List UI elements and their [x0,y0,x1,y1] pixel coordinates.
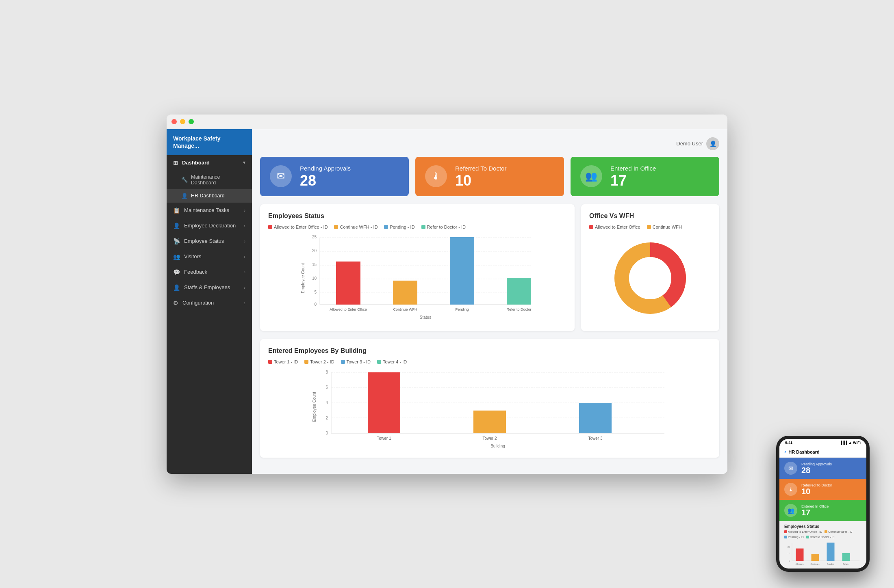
bl-dot-3 [341,360,345,364]
building-legend-1: Tower 1 - ID [268,359,298,364]
pl-dot-2 [825,530,827,533]
office-vs-wfh-chart: Office Vs WFH Allowed to Enter Office Co… [581,204,719,331]
building-legend-3: Tower 3 - ID [341,359,371,364]
sidebar-item-employee-status[interactable]: 📡 Employee Status › [167,233,252,249]
legend-dot-2 [334,225,338,229]
chevron-right-icon4: › [244,254,245,259]
building-legend-4: Tower 4 - ID [377,359,407,364]
minimize-button[interactable] [180,119,185,124]
bar-allowed [336,262,360,305]
svg-text:Pending: Pending [827,563,834,565]
phone-mockup: 9:41 ▐▐▐ ▲ WiFi ‹ HR Dashboard ✉ Pending… [776,436,870,572]
phone-mini-chart: 0 10 20 Allowed... Continue... Pending R… [779,540,866,569]
phone-office-icon: 👥 [784,504,797,517]
svg-text:Allowed to Enter Office: Allowed to Enter Office [330,307,367,311]
charts-row-1: Employees Status Allowed to Enter Office… [260,204,719,331]
top-header: Demo User 👤 [260,137,719,150]
staffs-icon: 👤 [173,284,180,291]
svg-rect-44 [812,554,819,561]
svg-text:0: 0 [314,302,317,307]
donut-legend-dot-2 [647,225,651,229]
legend-item-4: Refer to Doctor - ID [421,225,466,229]
donut-svg [610,238,691,319]
svg-text:0: 0 [789,560,790,562]
phone-pending-label: Pending Approvals [801,462,832,466]
sidebar-item-visitors[interactable]: 👥 Visitors › [167,249,252,264]
svg-text:10: 10 [788,552,790,555]
sidebar-item-configuration[interactable]: ⚙ Configuration › [167,295,252,311]
chevron-right-icon6: › [244,285,245,290]
svg-text:10: 10 [312,276,317,281]
phone-pending-icon: ✉ [784,462,797,475]
avatar: 👤 [706,137,719,150]
phone-back-button[interactable]: ‹ [784,449,786,455]
phone-doctor-icon: 🌡 [784,483,797,496]
office-icon: 👥 [580,165,602,187]
office-label: Entered In Office [610,165,656,172]
chevron-right-icon3: › [244,239,245,244]
svg-text:20: 20 [788,546,790,548]
sidebar-app-name: Workplace Safety Manage... [167,129,252,155]
svg-text:Tower 2: Tower 2 [482,436,497,441]
visitors-icon: 👥 [173,253,180,260]
chevron-down-icon: ▾ [243,160,245,165]
building-chart-svg: Employee Count 0 2 4 6 8 [268,368,711,450]
gear-icon: ⚙ [173,300,178,306]
svg-text:Continue WFH: Continue WFH [393,307,417,311]
donut-container [589,233,711,323]
svg-rect-43 [796,549,804,561]
wrench-icon: 🔧 [181,177,188,183]
bar-wfh [393,281,417,305]
sidebar-item-maintenance-dashboard[interactable]: 🔧 Maintenance Dashboard [167,171,252,189]
employees-status-title: Employees Status [268,212,566,220]
stat-card-pending: ✉ Pending Approvals 28 [260,157,409,196]
sidebar-item-employee-declaration[interactable]: 👤 Employee Declaration › [167,218,252,233]
phone-status-bar: 9:41 ▐▐▐ ▲ WiFi [779,439,866,446]
phone-stat-doctor: 🌡 Referred To Doctor 10 [779,479,866,500]
phone-chart-legend: Allowed to Enter Office - ID Continue WF… [779,530,866,540]
employee-icon: 👤 [173,223,180,229]
bl-dot-1 [268,360,272,364]
app-window: Workplace Safety Manage... ⊞ Dashboard ▾… [167,115,727,474]
employees-bar-chart: Employee Count 0 5 [268,233,566,323]
building-bar-chart: Employee Count 0 2 4 6 8 [268,368,711,450]
phone-pending-value: 28 [801,466,832,474]
pl-dot-4 [806,536,809,538]
building-chart: Entered Employees By Building Tower 1 - … [260,339,719,458]
phone-stat-pending: ✉ Pending Approvals 28 [779,458,866,479]
signal-icon: 📡 [173,238,180,244]
app-body: Workplace Safety Manage... ⊞ Dashboard ▾… [167,129,727,474]
bar-tower1 [368,372,400,433]
bar-tower3 [579,403,612,433]
office-wfh-legend-2: Continue WFH [647,225,682,229]
stat-info-office: Entered In Office 17 [610,165,656,188]
svg-text:25: 25 [312,235,317,239]
bar-tower2 [473,411,506,433]
user-info: Demo User 👤 [676,137,719,150]
svg-text:Employee Count: Employee Count [301,263,305,293]
clipboard-icon: 📋 [173,207,180,214]
sidebar-item-feedback[interactable]: 💬 Feedback › [167,264,252,280]
doctor-icon: 🌡 [425,165,447,187]
sidebar-item-dashboard[interactable]: ⊞ Dashboard ▾ [167,155,252,171]
employees-chart-svg: Employee Count 0 5 [268,233,566,323]
stat-info-pending: Pending Approvals 28 [300,165,351,188]
sidebar-item-maintenance-tasks[interactable]: 📋 Maintenance Tasks › [167,203,252,218]
legend-dot-1 [268,225,272,229]
phone-signals: ▐▐▐ ▲ WiFi [840,441,861,445]
chevron-right-icon2: › [244,223,245,228]
pl-dot-1 [784,530,787,533]
sidebar-item-staffs[interactable]: 👤 Staffs & Employees › [167,280,252,295]
donut-legend-dot-1 [589,225,593,229]
close-button[interactable] [171,119,177,124]
maximize-button[interactable] [189,119,194,124]
svg-point-21 [629,257,671,299]
svg-text:Refer to Doctor: Refer to Doctor [506,307,531,311]
phone-navbar: ‹ HR Dashboard [779,446,866,458]
svg-text:Status: Status [420,315,431,320]
svg-text:Building: Building [490,444,505,448]
sidebar-item-hr-dashboard[interactable]: 👤 HR Dashboard [167,189,252,203]
dashboard-icon: ⊞ [173,160,178,166]
chevron-right-icon7: › [244,300,245,305]
sidebar-nav: ⊞ Dashboard ▾ 🔧 Maintenance Dashboard 👤 … [167,155,252,474]
